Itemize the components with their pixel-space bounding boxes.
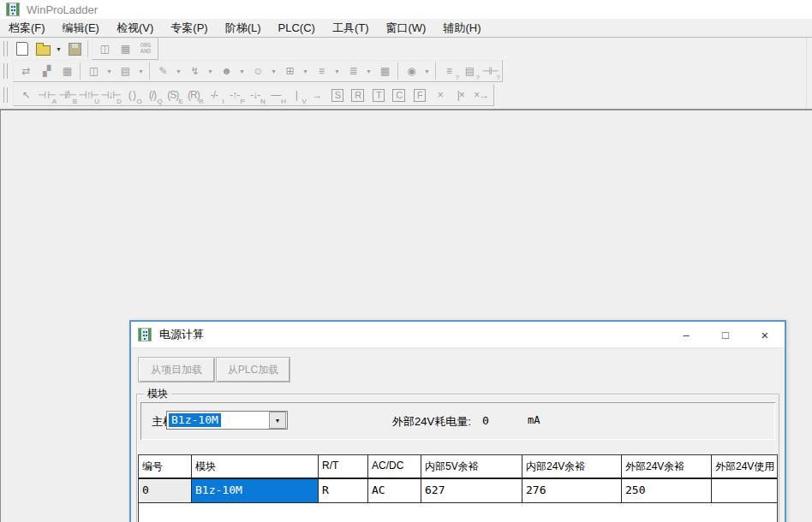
step-instruction-icon[interactable]: S xyxy=(327,86,348,104)
menu-window[interactable]: 窗口(W) xyxy=(377,19,434,37)
menu-tools[interactable]: 工具(T) xyxy=(324,19,378,37)
cell-r0c5[interactable]: 276 xyxy=(522,479,622,503)
dialog-icon xyxy=(138,328,152,341)
toolbar3-handle[interactable] xyxy=(3,87,8,103)
external-24v-consumption-unit: mA xyxy=(528,414,540,426)
rising-pulse-icon[interactable]: -↑-P xyxy=(224,86,245,104)
signal-status-icon[interactable]: ↯ xyxy=(184,62,205,80)
cell-r0c3[interactable]: AC xyxy=(368,479,421,503)
app-title: WinProLadder xyxy=(27,3,98,16)
power-calculation-dialog: 电源计算 – □ × 从项目加载 从PLC加载 模块 主机: B1z-10M ▼ xyxy=(129,320,786,522)
minimize-button[interactable]: – xyxy=(666,322,706,347)
project-windows-icon[interactable]: ◫ xyxy=(83,62,104,80)
host-select[interactable]: B1z-10M ▼ xyxy=(166,411,288,430)
menubar: 档案(F)编辑(E)检视(V)专案(P)阶梯(L)PLC(C)工具(T)窗口(W… xyxy=(0,19,812,38)
contact-open-icon[interactable]: ⊣ ⊢A xyxy=(36,86,57,104)
open-project-icon[interactable] xyxy=(33,39,53,58)
syntax-check-icon[interactable]: ▦ xyxy=(374,62,395,80)
signal-status-icon-dropdown[interactable]: ▼ xyxy=(205,62,216,80)
vertical-link-icon[interactable]: |V xyxy=(286,86,307,104)
external-24v-consumption-label: 外部24V耗电量: xyxy=(392,414,471,430)
org-and-mnemonic-icon[interactable]: ORGAND xyxy=(135,39,156,58)
io-configuration-icon[interactable]: ▦ xyxy=(57,62,77,80)
password-icon[interactable]: ⊞ xyxy=(279,62,300,80)
ladder-window-icon[interactable]: ◫ xyxy=(94,39,115,58)
cell-r0c4[interactable]: 627 xyxy=(421,479,522,503)
menu-file[interactable]: 档案(F) xyxy=(0,19,54,37)
column-header-7: 外部24V使用 xyxy=(712,455,778,479)
invert-icon[interactable]: -/-I xyxy=(204,86,224,104)
menu-project[interactable]: 专案(P) xyxy=(162,19,216,37)
ladder-windows-icon-dropdown[interactable]: ▼ xyxy=(135,62,146,80)
coil-reset-icon[interactable]: (R)R xyxy=(183,86,204,104)
help-list-icon[interactable]: ≡? xyxy=(439,62,459,80)
coil-output-icon[interactable]: ( )O xyxy=(122,86,142,104)
open-project-dropdown[interactable]: ▼ xyxy=(53,39,64,58)
falling-pulse-icon[interactable]: -↓-N xyxy=(245,86,266,104)
user-program-icon[interactable]: ☻ xyxy=(216,62,236,80)
chevron-down-icon: ▼ xyxy=(275,418,281,424)
menu-edit[interactable]: 编辑(E) xyxy=(54,19,108,37)
monitor-list-icon-dropdown[interactable]: ▼ xyxy=(363,62,374,80)
delete-element-icon[interactable]: × xyxy=(430,86,451,104)
password-icon-dropdown[interactable]: ▼ xyxy=(300,62,311,80)
host-panel: 主机: B1z-10M ▼ 外部24V耗电量: 0 mA xyxy=(140,402,775,440)
counter-instruction-icon[interactable]: C xyxy=(389,86,409,104)
jump-icon[interactable]: → xyxy=(307,86,327,104)
toolbar1-handle[interactable] xyxy=(3,41,8,56)
find-icon-dropdown[interactable]: ▼ xyxy=(421,62,433,80)
timer-instruction-icon[interactable]: T xyxy=(368,86,389,104)
station-number-icon[interactable]: ⇄ xyxy=(15,62,36,80)
toolbar-separator xyxy=(149,62,150,80)
menu-help[interactable]: 辅助(H) xyxy=(434,19,489,37)
cell-r0c1[interactable]: B1z-10M xyxy=(192,479,319,503)
load-from-plc-button[interactable]: 从PLC加载 xyxy=(216,357,290,383)
ladder-windows-icon[interactable]: ▤ xyxy=(115,62,135,80)
toolbar-row-plc: ⇄▞▦◫▼▤▼✎▼↯▼☻▼☺▼⊞▼≡▼≣▼▦◉▼≡?▤?⊣⊢? xyxy=(0,60,805,82)
menu-ladder[interactable]: 阶梯(L) xyxy=(217,19,270,37)
pointer-tool-icon[interactable]: ↖ xyxy=(15,86,36,104)
contact-closed-icon[interactable]: ⊣/⊢B xyxy=(57,86,77,104)
cell-r0c0[interactable]: 0 xyxy=(139,479,192,503)
column-header-5: 内部24V余裕 xyxy=(522,455,622,479)
column-header-3: AC/DC xyxy=(368,455,421,479)
function-instruction-icon[interactable]: F xyxy=(409,86,430,104)
host-select-dropdown[interactable]: ▼ xyxy=(269,412,286,429)
horizontal-link-icon[interactable]: —H xyxy=(266,86,286,104)
delete-row-icon[interactable]: ×→ xyxy=(471,86,492,104)
delete-vertical-icon[interactable]: |× xyxy=(451,86,471,104)
find-icon[interactable]: ◉ xyxy=(401,62,421,80)
cell-r0c2[interactable]: R xyxy=(319,479,368,503)
coil-set-icon[interactable]: (S)E xyxy=(163,86,183,104)
user-icon[interactable]: ☺ xyxy=(248,62,268,80)
menu-view[interactable]: 检视(V) xyxy=(108,19,162,37)
menu-plc[interactable]: PLC(C) xyxy=(270,19,324,37)
toolbar-area: ▼◫▦ORGAND ⇄▞▦◫▼▤▼✎▼↯▼☻▼☺▼⊞▼≡▼≣▼▦◉▼≡?▤?⊣⊢… xyxy=(0,38,812,110)
status-window-icon[interactable]: ▦ xyxy=(115,39,135,58)
edit-element-icon[interactable]: ✎ xyxy=(152,62,173,80)
user-icon-dropdown[interactable]: ▼ xyxy=(268,62,279,80)
status-list-icon[interactable]: ≡ xyxy=(311,62,331,80)
user-program-icon-dropdown[interactable]: ▼ xyxy=(236,62,248,80)
close-button[interactable]: × xyxy=(745,322,785,347)
reset-instruction-icon[interactable]: R xyxy=(348,86,368,104)
toolbar-group: ⇄▞▦◫▼▤▼✎▼↯▼☻▼☺▼⊞▼≡▼≣▼▦◉▼≡?▤?⊣⊢? xyxy=(13,60,503,82)
edit-element-icon-dropdown[interactable]: ▼ xyxy=(173,62,184,80)
status-list-icon-dropdown[interactable]: ▼ xyxy=(331,62,343,80)
cell-r0c6[interactable]: 250 xyxy=(622,479,712,503)
toolbar2-handle[interactable] xyxy=(3,63,8,79)
coil-inverse-icon[interactable]: (/)Q xyxy=(142,86,163,104)
cell-r0c7[interactable] xyxy=(712,479,778,503)
contact-falling-icon[interactable]: ⊣↓⊢D xyxy=(99,86,122,104)
save-project-icon[interactable] xyxy=(64,39,85,58)
load-from-project-button[interactable]: 从项目加载 xyxy=(138,357,215,383)
maximize-button[interactable]: □ xyxy=(706,322,745,347)
comment-icon[interactable]: ▞ xyxy=(36,62,57,80)
help-contact-icon[interactable]: ⊣⊢? xyxy=(480,62,500,80)
dialog-titlebar[interactable]: 电源计算 – □ × xyxy=(131,322,785,348)
help-ladder-icon[interactable]: ▤? xyxy=(459,62,480,80)
project-windows-icon-dropdown[interactable]: ▼ xyxy=(104,62,115,80)
contact-rising-icon[interactable]: ⊣↑⊢U xyxy=(77,86,99,104)
new-project-icon[interactable] xyxy=(12,39,33,58)
monitor-list-icon[interactable]: ≣ xyxy=(343,62,363,80)
